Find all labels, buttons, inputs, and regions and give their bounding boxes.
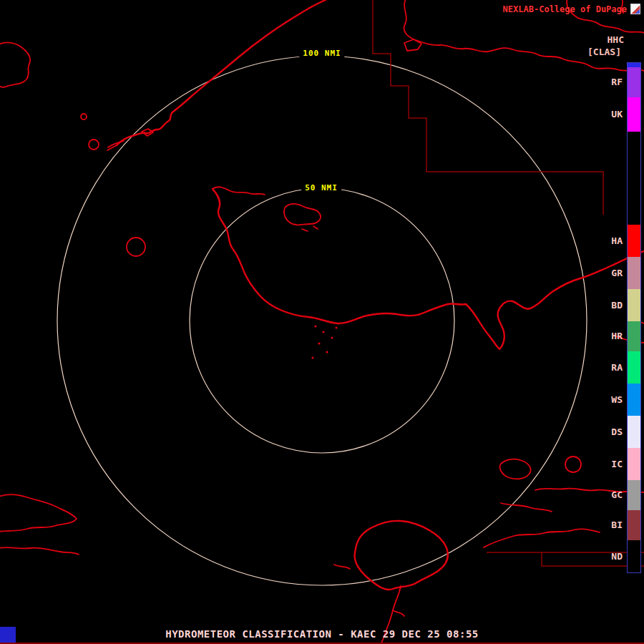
- island-circle-4: [565, 457, 581, 472]
- legend-segment-nd: [628, 540, 640, 572]
- island-circle-2: [127, 238, 145, 256]
- legend-segment-uk: [628, 97, 640, 132]
- coastline-southeast-3: [484, 529, 600, 547]
- legend-segment-ha: [628, 225, 640, 257]
- legend-label-ic: IC: [598, 459, 623, 470]
- range-label-50nmi: 50 NMI: [301, 182, 341, 193]
- legend-segment-ds: [628, 416, 640, 448]
- legend-segment-bi: [628, 510, 640, 540]
- island-northwest: [0, 42, 30, 87]
- legend-label-ws: WS: [598, 394, 623, 406]
- legend-segment-gap: [628, 132, 640, 225]
- legend-segment-gr: [628, 257, 640, 289]
- island-circle-1: [89, 140, 99, 150]
- island-fragments: [302, 226, 318, 231]
- legend-segment-ic: [628, 448, 640, 480]
- legend-label-nd: ND: [598, 551, 623, 562]
- island-circle-3: [81, 114, 87, 119]
- legend-label-ds: DS: [598, 426, 623, 438]
- legend-label-gr: GR: [598, 268, 623, 279]
- legend-label-ra: RA: [598, 362, 623, 374]
- legend-segment-ra: [628, 351, 640, 384]
- coastline-spit: [107, 141, 124, 150]
- product-code-label: HHC: [608, 34, 624, 45]
- site-header: NEXLAB-College of DuPage: [503, 4, 640, 14]
- site-title: NEXLAB-College of DuPage: [503, 4, 627, 14]
- legend-label-uk: UK: [598, 109, 623, 120]
- island-southwest: [0, 494, 77, 532]
- coastlines: [0, 0, 644, 643]
- coastline-northwest-arc: [117, 0, 328, 145]
- legend-segment-gc: [628, 480, 640, 510]
- coastline-southeast-2: [501, 503, 552, 512]
- legend-segment-hr: [628, 321, 640, 351]
- legend-label-gc: GC: [598, 489, 623, 501]
- legend-label-hr: HR: [598, 331, 623, 342]
- legend-label-bd: BD: [598, 300, 623, 311]
- legend-segment-rf: [628, 67, 640, 97]
- legend-segment-ws: [628, 384, 640, 416]
- legend-label-bi: BI: [598, 519, 623, 531]
- product-mode-label: [CLAS]: [587, 47, 621, 57]
- range-label-100nmi: 100 NMI: [299, 48, 344, 59]
- footer-left-marker: [0, 627, 16, 643]
- island-specks: [311, 325, 337, 358]
- legend-colorbar: [627, 62, 641, 573]
- radar-map: [0, 0, 644, 644]
- county-boundary-north: [373, 0, 603, 215]
- coastline-north-inlet: [213, 187, 265, 195]
- legend-label-rf: RF: [598, 77, 623, 88]
- radar-display: 100 NMI 50 NMI NEXLAB-College of DuPage …: [0, 0, 644, 644]
- nexlab-logo-icon: [630, 4, 640, 14]
- legend-segment-bd: [628, 289, 640, 321]
- legend-label-ha: HA: [598, 235, 623, 247]
- island-southeast: [500, 459, 531, 479]
- footer-title: HYDROMETEOR CLASSIFICATION - KAEC 29 DEC…: [0, 628, 644, 640]
- island-south-branch: [393, 610, 404, 616]
- island-north: [284, 204, 321, 225]
- island-south: [355, 521, 448, 590]
- legend-labels: RFUKHAGRBDHRRAWSDSICGCBIND: [598, 63, 623, 572]
- coastline-south-fragment: [334, 565, 350, 569]
- coastline-southwest: [0, 547, 79, 555]
